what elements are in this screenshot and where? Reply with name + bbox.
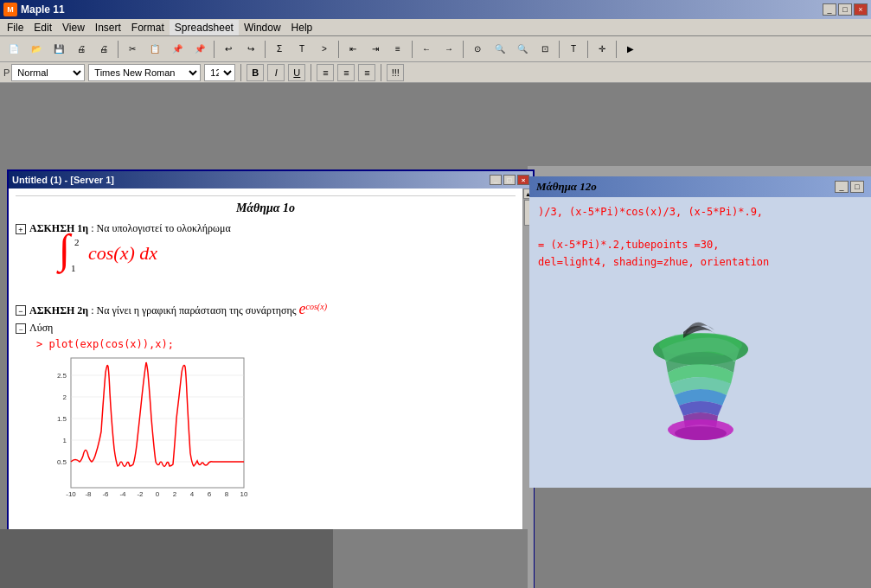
crosshair-button[interactable]: ✛: [592, 40, 612, 59]
indent-left-button[interactable]: ⇤: [343, 40, 363, 59]
integral-expression: cos(x) dx: [88, 242, 157, 265]
solution-expand-icon[interactable]: −: [16, 323, 26, 334]
toolbar-separator-7: [559, 41, 560, 58]
second-win-maximize[interactable]: □: [850, 181, 864, 193]
exercise2-expand-icon[interactable]: −: [16, 305, 26, 316]
svg-text:2: 2: [63, 393, 67, 401]
menu-file[interactable]: File: [2, 20, 29, 35]
minimize-button[interactable]: _: [823, 3, 836, 16]
align-button[interactable]: ≡: [387, 40, 408, 59]
title-bar-buttons[interactable]: _ □ ×: [823, 3, 868, 16]
print2-button[interactable]: 🖨: [93, 40, 114, 59]
maximize-button[interactable]: □: [838, 3, 852, 16]
svg-text:2: 2: [173, 490, 177, 498]
doc-title-bar: Untitled (1) - [Server 1] _ □ ×: [9, 171, 533, 189]
exercise-1-block: + ΑΣΚΗΣΗ 1η : Να υπολογιστεί το ολοκλήρω…: [16, 222, 516, 291]
indent-right-button[interactable]: ⇥: [365, 40, 386, 59]
math-button[interactable]: >: [314, 40, 335, 59]
format-separator-1: [240, 64, 241, 81]
align-right-button[interactable]: ≡: [358, 64, 375, 81]
format-separator-3: [381, 64, 381, 81]
menu-format[interactable]: Format: [126, 20, 170, 35]
doc-close-button[interactable]: ×: [517, 175, 529, 185]
right-button[interactable]: →: [439, 40, 459, 59]
3d-shape-svg: [614, 302, 787, 457]
app-icon: M: [3, 3, 17, 16]
toolbar: 📄 📂 💾 🖨 🖨 ✂ 📋 📌 📌 ↩ ↪ Σ T > ⇤ ⇥ ≡ ← → ⊙ …: [0, 36, 871, 62]
plot-command-text: > plot(exp(cos(x)),x);: [36, 338, 174, 350]
second-win-minimize[interactable]: _: [835, 181, 849, 193]
code-line-2: [538, 220, 862, 237]
bold-button[interactable]: B: [247, 64, 264, 81]
paste2-button[interactable]: 📌: [189, 40, 210, 59]
command-line: > plot(exp(cos(x)),x);: [36, 338, 516, 350]
integral-lower-limit: 1: [71, 263, 76, 273]
style-select[interactable]: Normal: [11, 64, 85, 81]
exercise1-expand-icon[interactable]: +: [16, 224, 26, 234]
cut-button[interactable]: ✂: [122, 40, 143, 59]
save-button[interactable]: 💾: [48, 40, 69, 59]
svg-point-25: [675, 426, 727, 440]
toolbar-separator-3: [265, 41, 266, 58]
text-mode-button[interactable]: T: [563, 40, 584, 59]
svg-text:8: 8: [225, 490, 229, 498]
menu-view[interactable]: View: [57, 20, 90, 35]
zoom-out-button[interactable]: 🔍: [512, 40, 533, 59]
code-line-1: )/3, (x-5*Pi)*cos(x)/3, (x-5*Pi)*.9,: [538, 204, 862, 220]
toolbar-separator-5: [412, 41, 413, 58]
svg-text:-10: -10: [66, 490, 76, 498]
gray-bottom-left: [0, 529, 333, 588]
exercise-2-block: − ΑΣΚΗΣΗ 2η : Να γίνει η γραφική παράστα…: [16, 300, 516, 508]
redo-button[interactable]: ↪: [240, 40, 261, 59]
close-button[interactable]: ×: [854, 3, 868, 16]
underline-button[interactable]: U: [288, 64, 305, 81]
undo-button[interactable]: ↩: [218, 40, 239, 59]
svg-text:-6: -6: [102, 490, 109, 498]
plot-command-area: > plot(exp(cos(x)),x);: [36, 338, 516, 508]
menu-window[interactable]: Window: [239, 20, 286, 35]
print-button[interactable]: 🖨: [71, 40, 92, 59]
doc-content: Μάθημα 1o + ΑΣΚΗΣΗ 1η : Να υπολογιστεί τ…: [9, 189, 533, 588]
doc-minimize-button[interactable]: _: [490, 175, 502, 185]
second-win-buttons[interactable]: _ □: [835, 181, 864, 193]
font-size-select[interactable]: 12: [204, 64, 235, 81]
execute-button[interactable]: ▶: [620, 40, 641, 59]
svg-text:1.5: 1.5: [57, 415, 67, 423]
text-button[interactable]: T: [291, 40, 312, 59]
svg-text:1: 1: [63, 437, 67, 444]
integral-symbol: ∫: [59, 228, 70, 270]
svg-rect-0: [71, 358, 244, 488]
menu-spreadsheet[interactable]: Spreadsheet: [170, 20, 239, 35]
doc-title-buttons[interactable]: _ □ ×: [490, 175, 529, 185]
function-graph: 0.5 1 1.5 2 2.5 -10 -8 -6: [45, 354, 253, 505]
code-line-4: del=light4, shading=zhue, orientation: [538, 254, 862, 271]
doc-maximize-button[interactable]: □: [503, 175, 516, 185]
svg-text:6: 6: [208, 490, 212, 498]
app-title: Maple 11: [21, 3, 65, 16]
font-select[interactable]: Times New Roman: [88, 64, 201, 81]
svg-text:0: 0: [156, 490, 160, 498]
format-bar: P Normal Times New Roman 12 B I U ≡ ≡ ≡ …: [0, 62, 871, 83]
menu-edit[interactable]: Edit: [29, 20, 57, 35]
align-center-button[interactable]: ≡: [337, 64, 355, 81]
special-button[interactable]: !!!: [387, 64, 404, 81]
solution-section: − Λύση > plot(exp(cos(x)),x);: [16, 322, 516, 508]
sum-button[interactable]: Σ: [269, 40, 290, 59]
paste-button[interactable]: 📌: [167, 40, 188, 59]
open-button[interactable]: 📂: [26, 40, 47, 59]
second-win-title: Μάθημα 12o: [536, 180, 597, 194]
italic-button[interactable]: I: [267, 64, 285, 81]
e-base: e: [299, 300, 306, 317]
zoom-reset-button[interactable]: ⊡: [535, 40, 555, 59]
zoom-in-button[interactable]: 🔍: [490, 40, 510, 59]
document-window: Untitled (1) - [Server 1] _ □ × Μάθημα 1…: [7, 169, 535, 588]
circle-button[interactable]: ⊙: [467, 40, 488, 59]
copy-button[interactable]: 📋: [144, 40, 165, 59]
new-button[interactable]: 📄: [3, 40, 24, 59]
align-left-button[interactable]: ≡: [317, 64, 334, 81]
code-line-3: = (x-5*Pi)*.2,tubepoints =30,: [538, 237, 862, 253]
svg-text:2.5: 2.5: [57, 372, 67, 380]
menu-insert[interactable]: Insert: [90, 20, 126, 35]
menu-help[interactable]: Help: [286, 20, 318, 35]
left-button[interactable]: ←: [416, 40, 437, 59]
